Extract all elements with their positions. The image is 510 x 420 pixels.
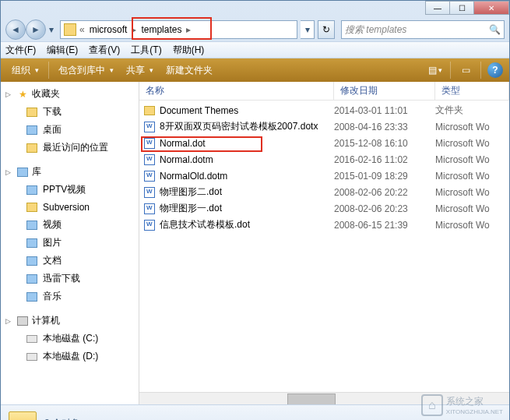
sidebar-item-downloads[interactable]: 下载 [1,103,139,121]
file-list-pane: 名称 修改日期 类型 Document Themes2014-03-01 11:… [139,82,509,404]
view-list-icon: ▤ [428,65,437,76]
file-name: 8开双面双页码密封试卷模板2007.dotx [160,120,334,133]
file-row[interactable]: 信息技术试卷模板.dot2008-06-15 21:39Microsoft Wo [139,217,509,233]
menu-edit[interactable]: 编辑(E) [47,44,78,57]
breadcrumb-templates[interactable]: templates [139,24,183,35]
file-date: 2016-02-16 11:02 [334,154,435,165]
menu-bar: 文件(F) 编辑(E) 查看(V) 工具(T) 帮助(H) [1,41,509,58]
horizontal-scrollbar[interactable] [139,392,509,404]
organize-button[interactable]: 组织▾ [7,64,44,77]
download-icon [26,273,38,285]
include-library-button[interactable]: 包含到库中▾ [54,64,118,77]
sidebar-item-pictures[interactable]: 图片 [1,234,139,252]
twisty-icon[interactable]: ▷ [5,90,13,98]
back-button[interactable]: ◄ [5,19,26,40]
file-row[interactable]: Normal.dot2015-12-08 16:10Microsoft Wo [139,135,509,151]
star-icon: ★ [16,88,29,101]
minimize-button[interactable]: — [425,1,450,15]
view-mode-button[interactable]: ▤▾ [427,62,444,79]
navigation-row: ◄ ► ▾ « microsoft ▸ templates ▸ ▾ ↻ 搜索 t… [1,18,509,41]
sidebar-item-xunlei[interactable]: 迅雷下载 [1,270,139,288]
pictures-icon [26,237,38,249]
address-bar[interactable]: « microsoft ▸ templates ▸ [60,20,297,39]
file-date: 2015-01-09 18:29 [334,171,435,182]
word-doc-icon [142,170,157,182]
file-row[interactable]: 物理图形一.dot2008-02-06 20:23Microsoft Wo [139,200,509,217]
desktop-icon [26,124,38,136]
address-dropdown[interactable]: ▾ [301,20,315,39]
file-name: Normal.dotm [160,154,334,165]
file-row[interactable]: Document Themes2014-03-01 11:01文件夹 [139,102,509,118]
file-row[interactable]: 8开双面双页码密封试卷模板2007.dotx2008-04-16 23:33Mi… [139,118,509,135]
download-icon [26,106,38,118]
chevron-down-icon: ▾ [110,66,114,74]
breadcrumb-microsoft[interactable]: microsoft [88,24,129,35]
menu-help[interactable]: 帮助(H) [173,44,205,57]
sidebar-item-pptv[interactable]: PPTV视频 [1,181,139,199]
column-type[interactable]: 类型 [435,82,509,100]
menu-view[interactable]: 查看(V) [89,44,120,57]
file-row[interactable]: Normal.dotm2016-02-16 11:02Microsoft Wo [139,151,509,168]
main-body: ▷ ★ 收藏夹 下载 桌面 最近访问的位置 ▷ 库 PPTV视频 Subvers… [1,82,509,404]
sidebar-item-disk-c[interactable]: 本地磁盘 (C:) [1,330,139,348]
search-placeholder: 搜索 templates [345,23,406,37]
file-date: 2014-03-01 11:01 [334,105,435,116]
new-folder-button[interactable]: 新建文件夹 [161,64,217,77]
maximize-button[interactable]: ☐ [449,1,474,15]
file-date: 2008-02-06 20:22 [334,187,435,198]
sidebar-item-disk-d[interactable]: 本地磁盘 (D:) [1,348,139,365]
path-overflow-icon[interactable]: « [78,24,86,35]
file-name: Normal.dot [160,138,334,149]
preview-pane-button[interactable]: ▭ [457,62,474,79]
forward-button[interactable]: ► [26,19,46,40]
menu-tools[interactable]: 工具(T) [131,44,161,57]
video-icon [26,184,38,196]
sidebar-favorites-header[interactable]: ▷ ★ 收藏夹 [1,85,139,103]
chevron-down-icon: ▾ [149,66,153,74]
sidebar-libraries-header[interactable]: ▷ 库 [1,163,139,181]
separator [480,62,481,79]
file-type: 文件夹 [435,104,463,117]
separator [48,62,49,79]
chevron-right-icon[interactable]: ▸ [185,24,192,35]
navigation-pane[interactable]: ▷ ★ 收藏夹 下载 桌面 最近访问的位置 ▷ 库 PPTV视频 Subvers… [1,82,139,404]
refresh-icon: ↻ [322,24,330,35]
word-doc-icon [142,137,157,150]
refresh-button[interactable]: ↻ [318,20,335,39]
search-icon[interactable]: 🔍 [489,24,501,35]
sidebar-item-desktop[interactable]: 桌面 [1,121,139,139]
disk-icon [26,333,38,345]
column-date[interactable]: 修改日期 [334,82,435,100]
sidebar-item-documents[interactable]: 文档 [1,252,139,270]
sidebar-item-video[interactable]: 视频 [1,216,139,234]
twisty-icon[interactable]: ▷ [5,317,13,325]
command-bar: 组织▾ 包含到库中▾ 共享▾ 新建文件夹 ▤▾ ▭ ? [1,58,509,82]
explorer-window: — ☐ ✕ ◄ ► ▾ « microsoft ▸ templates ▸ ▾ … [0,0,510,420]
twisty-icon[interactable]: ▷ [5,168,13,176]
music-icon [26,291,38,303]
folder-icon [142,104,157,117]
sidebar-item-music[interactable]: 音乐 [1,288,139,305]
sidebar-item-subversion[interactable]: Subversion [1,199,139,216]
column-name[interactable]: 名称 [139,82,334,100]
video-icon [26,219,38,231]
close-button[interactable]: ✕ [473,1,509,15]
sidebar-computer-header[interactable]: ▷ 计算机 [1,312,139,330]
sidebar-item-recent[interactable]: 最近访问的位置 [1,139,139,157]
menu-file[interactable]: 文件(F) [5,44,36,57]
nav-history-dropdown[interactable]: ▾ [46,22,57,37]
search-input[interactable]: 搜索 templates 🔍 [341,20,505,39]
file-type: Microsoft Wo [435,187,490,198]
share-button[interactable]: 共享▾ [121,64,158,77]
word-doc-icon [142,154,157,166]
status-bar: 8 个对象 [1,404,509,420]
titlebar[interactable]: — ☐ ✕ [1,1,509,18]
file-row[interactable]: 物理图形二.dot2008-02-06 20:22Microsoft Wo [139,184,509,200]
file-list[interactable]: Document Themes2014-03-01 11:01文件夹8开双面双页… [139,101,509,392]
folder-icon [9,411,37,421]
forward-arrow-icon: ► [31,24,40,35]
file-name: Document Themes [160,105,334,116]
file-row[interactable]: NormalOld.dotm2015-01-09 18:29Microsoft … [139,168,509,184]
chevron-right-icon[interactable]: ▸ [130,24,138,35]
help-button[interactable]: ? [487,62,503,78]
